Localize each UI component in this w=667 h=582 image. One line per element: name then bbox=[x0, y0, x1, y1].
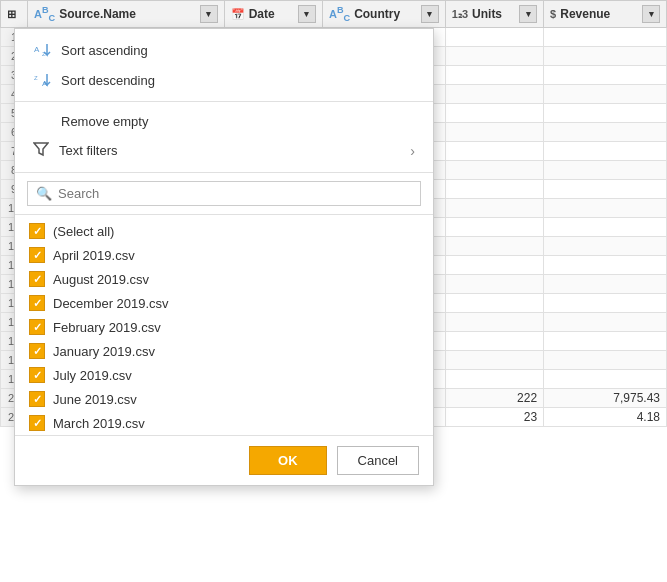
row-revenue bbox=[544, 180, 667, 199]
filter-icon bbox=[33, 141, 49, 160]
row-units bbox=[445, 218, 543, 237]
row-units bbox=[445, 180, 543, 199]
text-filters-item[interactable]: Text filters › bbox=[15, 135, 433, 166]
checkbox-item-label: March 2019.csv bbox=[53, 416, 145, 431]
units-icon: 1₂3 bbox=[452, 8, 468, 21]
units-filter-dropdown[interactable]: ▾ bbox=[519, 5, 537, 23]
checkbox-list-item[interactable]: ✓ July 2019.csv bbox=[15, 363, 433, 387]
checkbox-box[interactable]: ✓ bbox=[29, 343, 45, 359]
row-revenue bbox=[544, 28, 667, 47]
col-header-num: ⊞ bbox=[1, 1, 28, 28]
checkbox-box[interactable]: ✓ bbox=[29, 415, 45, 431]
check-mark-icon: ✓ bbox=[33, 249, 42, 262]
row-units bbox=[445, 161, 543, 180]
check-mark-icon: ✓ bbox=[33, 393, 42, 406]
checkbox-item-label: June 2019.csv bbox=[53, 392, 137, 407]
col-header-country[interactable]: ABC Country ▾ bbox=[322, 1, 445, 28]
dropdown-footer: OK Cancel bbox=[15, 435, 433, 485]
sort-ascending-item[interactable]: A Z Sort ascending bbox=[15, 35, 433, 65]
row-revenue bbox=[544, 66, 667, 85]
checkbox-list-item[interactable]: ✓ April 2019.csv bbox=[15, 243, 433, 267]
row-revenue bbox=[544, 123, 667, 142]
checkbox-item-label: January 2019.csv bbox=[53, 344, 155, 359]
search-box[interactable]: 🔍 bbox=[27, 181, 421, 206]
checkbox-box[interactable]: ✓ bbox=[29, 247, 45, 263]
sort-descending-item[interactable]: Z A Sort descending bbox=[15, 65, 433, 95]
row-units bbox=[445, 28, 543, 47]
cancel-button[interactable]: Cancel bbox=[337, 446, 419, 475]
row-units bbox=[445, 275, 543, 294]
row-units bbox=[445, 47, 543, 66]
source-filter-dropdown[interactable]: ▾ bbox=[200, 5, 218, 23]
col-header-revenue[interactable]: $ Revenue ▾ bbox=[544, 1, 667, 28]
checkbox-select-all-box[interactable]: ✓ bbox=[29, 223, 45, 239]
search-input[interactable] bbox=[58, 186, 412, 201]
checkbox-item-label: February 2019.csv bbox=[53, 320, 161, 335]
sort-desc-icon: Z A bbox=[33, 71, 51, 89]
checkbox-list-item[interactable]: ✓ January 2019.csv bbox=[15, 339, 433, 363]
checkbox-item-label: December 2019.csv bbox=[53, 296, 169, 311]
chevron-right-icon: › bbox=[410, 143, 415, 159]
checkbox-select-all-label: (Select all) bbox=[53, 224, 114, 239]
checkbox-box[interactable]: ✓ bbox=[29, 367, 45, 383]
sort-asc-icon: A Z bbox=[33, 41, 51, 59]
row-units bbox=[445, 142, 543, 161]
row-units: 23 bbox=[445, 408, 543, 427]
row-revenue: 4.18 bbox=[544, 408, 667, 427]
row-units bbox=[445, 104, 543, 123]
checkbox-item-label: April 2019.csv bbox=[53, 248, 135, 263]
row-revenue bbox=[544, 332, 667, 351]
remove-empty-item[interactable]: Remove empty bbox=[15, 108, 433, 135]
country-abc-icon: ABC bbox=[329, 5, 350, 23]
row-units bbox=[445, 294, 543, 313]
col-header-units[interactable]: 1₂3 Units ▾ bbox=[445, 1, 543, 28]
remove-empty-section: Remove empty Text filters › bbox=[15, 102, 433, 173]
table-icon: ⊞ bbox=[7, 8, 16, 21]
row-units bbox=[445, 351, 543, 370]
row-revenue bbox=[544, 104, 667, 123]
check-mark-icon: ✓ bbox=[33, 345, 42, 358]
checkbox-list: ✓ (Select all) ✓ April 2019.csv ✓ August… bbox=[15, 215, 433, 435]
row-units bbox=[445, 332, 543, 351]
checkbox-list-item[interactable]: ✓ December 2019.csv bbox=[15, 291, 433, 315]
checkbox-item-label: July 2019.csv bbox=[53, 368, 132, 383]
row-revenue bbox=[544, 142, 667, 161]
search-section: 🔍 bbox=[15, 173, 433, 215]
checkbox-list-item[interactable]: ✓ March 2019.csv bbox=[15, 411, 433, 435]
check-mark-icon: ✓ bbox=[33, 417, 42, 430]
abc-icon: ABC bbox=[34, 5, 55, 23]
row-revenue bbox=[544, 161, 667, 180]
checkbox-box[interactable]: ✓ bbox=[29, 271, 45, 287]
revenue-icon: $ bbox=[550, 8, 556, 20]
row-units bbox=[445, 370, 543, 389]
checkbox-box[interactable]: ✓ bbox=[29, 319, 45, 335]
checkbox-list-item[interactable]: ✓ February 2019.csv bbox=[15, 315, 433, 339]
checkbox-list-item[interactable]: ✓ June 2019.csv bbox=[15, 387, 433, 411]
check-mark-icon: ✓ bbox=[33, 225, 42, 238]
check-mark-icon: ✓ bbox=[33, 321, 42, 334]
col-header-source[interactable]: ABC Source.Name ▾ bbox=[28, 1, 225, 28]
row-units bbox=[445, 199, 543, 218]
checkbox-item-label: August 2019.csv bbox=[53, 272, 149, 287]
col-header-date[interactable]: 📅 Date ▾ bbox=[224, 1, 322, 28]
filter-dropdown-panel: A Z Sort ascending Z A bbox=[14, 28, 434, 486]
row-units bbox=[445, 123, 543, 142]
row-revenue bbox=[544, 47, 667, 66]
main-wrapper: ⊞ ABC Source.Name ▾ 📅 Date bbox=[0, 0, 667, 582]
sort-section: A Z Sort ascending Z A bbox=[15, 29, 433, 102]
date-filter-dropdown[interactable]: ▾ bbox=[298, 5, 316, 23]
checkbox-select-all[interactable]: ✓ (Select all) bbox=[15, 219, 433, 243]
checkbox-box[interactable]: ✓ bbox=[29, 391, 45, 407]
row-revenue: 7,975.43 bbox=[544, 389, 667, 408]
revenue-filter-dropdown[interactable]: ▾ bbox=[642, 5, 660, 23]
row-revenue bbox=[544, 256, 667, 275]
svg-text:A: A bbox=[34, 45, 40, 54]
country-filter-dropdown[interactable]: ▾ bbox=[421, 5, 439, 23]
row-revenue bbox=[544, 237, 667, 256]
row-units: 222 bbox=[445, 389, 543, 408]
checkbox-list-item[interactable]: ✓ August 2019.csv bbox=[15, 267, 433, 291]
checkbox-box[interactable]: ✓ bbox=[29, 295, 45, 311]
date-icon: 📅 bbox=[231, 8, 245, 21]
row-revenue bbox=[544, 85, 667, 104]
ok-button[interactable]: OK bbox=[249, 446, 327, 475]
